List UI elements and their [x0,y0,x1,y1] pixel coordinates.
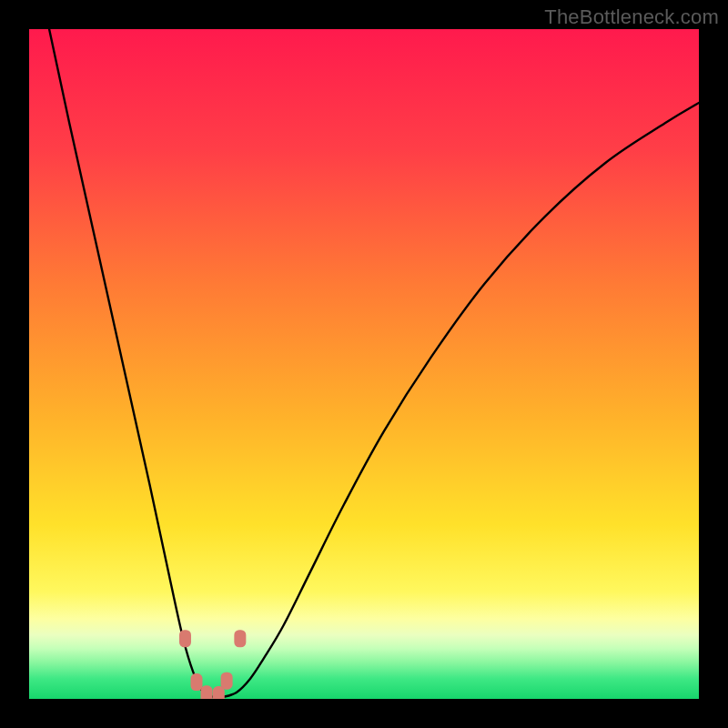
curve-marker [179,630,191,647]
curve-marker [221,672,233,690]
curve-marker [201,685,213,699]
curve-marker [213,686,225,699]
bottleneck-curve [29,29,699,699]
chart-frame: TheBottleneck.com [0,0,728,728]
watermark-text: TheBottleneck.com [544,5,719,29]
plot-area [29,29,699,699]
curve-marker [234,630,246,647]
curve-marker [191,673,203,691]
